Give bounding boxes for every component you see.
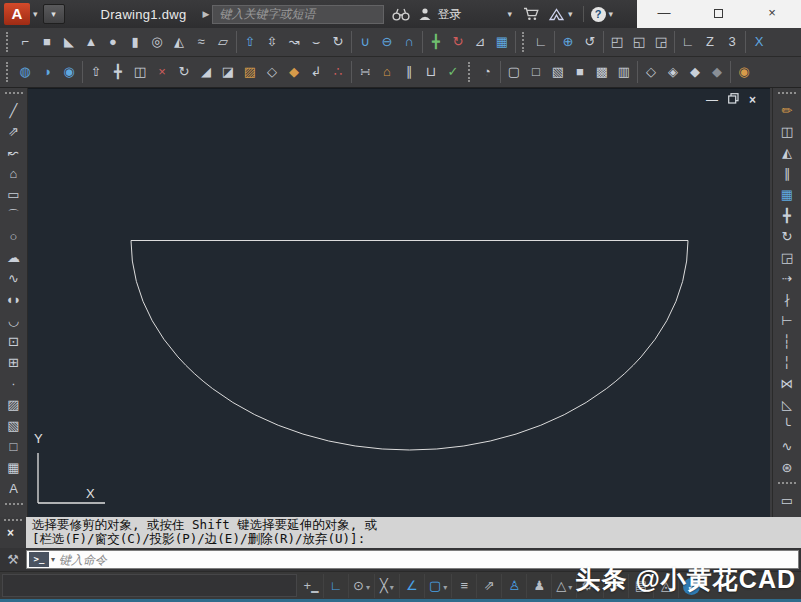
intersect-button[interactable]: ∩	[398, 30, 420, 54]
explode-button[interactable]: ⊛	[775, 457, 799, 478]
command-window-grip[interactable]	[4, 519, 22, 522]
revision-cloud-button[interactable]: ☁	[2, 247, 26, 268]
insert-block-button[interactable]: ⊡	[2, 331, 26, 352]
minimize-button[interactable]: —	[637, 0, 691, 28]
press-pull-button[interactable]: ⇳	[261, 30, 283, 54]
app-menu-arrow-icon[interactable]: ▾	[33, 9, 38, 19]
command-history[interactable]: 选择要修剪的对象, 或按住 Shift 键选择要延伸的对象, 或[栏选(F)/窗…	[26, 517, 801, 548]
construction-line-button[interactable]: ⇗	[2, 121, 26, 142]
rotate-button[interactable]: ↻	[775, 226, 799, 247]
shell-button[interactable]: ⌂	[376, 60, 398, 84]
doc-close-button[interactable]: ×	[749, 93, 756, 107]
union-solid-button[interactable]: ◍	[14, 60, 36, 84]
imprint-button[interactable]: ↲	[305, 60, 327, 84]
blend-curves-button[interactable]: ∿	[775, 436, 799, 457]
render-button[interactable]: ◔	[476, 60, 498, 84]
spline-button[interactable]: ∿	[2, 268, 26, 289]
point-button[interactable]: ∙	[2, 373, 26, 394]
torus-button[interactable]: ◎	[146, 30, 168, 54]
lineweight-button[interactable]: ≡	[452, 574, 477, 598]
hatch-button[interactable]: ▨	[2, 394, 26, 415]
helix-button[interactable]: ≈	[190, 30, 212, 54]
trim-button[interactable]: ∤	[775, 289, 799, 310]
move-button[interactable]: ╋	[775, 205, 799, 226]
app-store-cart-icon[interactable]	[523, 7, 540, 21]
arc-button[interactable]: ⌒	[2, 205, 26, 226]
user-icon[interactable]	[418, 7, 432, 21]
command-prompt-icon[interactable]: >_	[29, 552, 49, 567]
customize-wrench-icon[interactable]: ⚒	[0, 552, 26, 567]
doc-minimize-button[interactable]: —	[706, 93, 718, 107]
table-button[interactable]: ▦	[2, 457, 26, 478]
ucs-view-button[interactable]: ◲	[650, 30, 672, 54]
search-expand-icon[interactable]: ▶	[203, 9, 210, 19]
object-snap-tracking-button[interactable]: ∠	[400, 574, 425, 598]
mtext-button[interactable]: A	[2, 478, 26, 499]
render-preset-low-button[interactable]: ◈	[662, 60, 684, 84]
box-button[interactable]: ■	[36, 30, 58, 54]
separate-button[interactable]: ∺	[354, 60, 376, 84]
subtract-solid-button[interactable]: ◑	[36, 60, 58, 84]
ucs-button[interactable]: ∟	[530, 30, 552, 54]
line-button[interactable]: ╱	[2, 100, 26, 121]
3d-align-button[interactable]: ⊿	[469, 30, 491, 54]
autodesk-exchange-icon[interactable]	[548, 8, 565, 21]
planar-surface-button[interactable]: ▱	[212, 30, 234, 54]
offset-button[interactable]: ∥	[775, 163, 799, 184]
ucs-previous-button[interactable]: ↺	[579, 30, 601, 54]
toolbar-grip[interactable]	[5, 503, 23, 507]
search-input[interactable]	[212, 5, 384, 24]
join-button[interactable]: ⋈	[775, 373, 799, 394]
polysolid-button[interactable]: ⌐	[14, 30, 36, 54]
ellipse-button[interactable]: ◖◗	[2, 289, 26, 310]
doc-restore-button[interactable]	[728, 93, 739, 107]
ellipse-arc-button[interactable]: ◡	[2, 310, 26, 331]
3d-array-button[interactable]: ▦	[491, 30, 513, 54]
vs-hidden-button[interactable]: ▧	[547, 60, 569, 84]
sphere-button[interactable]: ●	[102, 30, 124, 54]
toolbar-grip[interactable]	[778, 92, 796, 96]
floating-toolbar-button[interactable]: ▭	[775, 490, 799, 511]
slice-button[interactable]: ∥	[398, 60, 420, 84]
exchange-dropdown-icon[interactable]: ▾	[568, 9, 573, 19]
polygon-button[interactable]: ⌂	[2, 163, 26, 184]
render-preset-medium-button[interactable]: ◆	[684, 60, 706, 84]
vs-conceptual-button[interactable]: ▩	[591, 60, 613, 84]
ucs-x-button[interactable]: X	[748, 30, 770, 54]
cylinder-button[interactable]: ▮	[124, 30, 146, 54]
check-button[interactable]: ✓	[442, 60, 464, 84]
polyline-button[interactable]: ↜	[2, 142, 26, 163]
login-label[interactable]: 登录	[437, 6, 461, 23]
polar-tracking-button[interactable]: ⊙▾	[349, 574, 375, 598]
ucs-world-button[interactable]: ⊕	[557, 30, 579, 54]
cone-button[interactable]: ▲	[80, 30, 102, 54]
toolbar-grip[interactable]	[778, 482, 796, 486]
extrude-button[interactable]: ⇧	[239, 30, 261, 54]
copy-faces-button[interactable]: ◪	[217, 60, 239, 84]
selection-cycling-button[interactable]: ⇗	[477, 574, 502, 598]
binoculars-icon[interactable]	[392, 8, 410, 21]
ucs-object-button[interactable]: ◱	[628, 30, 650, 54]
maximize-button[interactable]	[691, 0, 745, 28]
revolve-button[interactable]: ↻	[327, 30, 349, 54]
app-logo-icon[interactable]: A	[4, 3, 30, 25]
wedge-button[interactable]: ◣	[58, 30, 80, 54]
autoscale-button[interactable]: ♟	[527, 574, 552, 598]
erase-button[interactable]: ✏	[775, 100, 799, 121]
close-button[interactable]: ×	[745, 0, 799, 28]
scale-button[interactable]: ◲	[775, 247, 799, 268]
vs-wireframe-button[interactable]: □	[525, 60, 547, 84]
make-block-button[interactable]: ⊞	[2, 352, 26, 373]
pyramid-button[interactable]: ◭	[168, 30, 190, 54]
annotation-scale-button[interactable]: △▾	[552, 574, 577, 598]
render-preset-draft-button[interactable]: ◇	[640, 60, 662, 84]
break-at-point-button[interactable]: ┆	[775, 331, 799, 352]
3d-rotate-button[interactable]: ↻	[447, 30, 469, 54]
sweep-button[interactable]: ↝	[283, 30, 305, 54]
rotate-faces-button[interactable]: ↻	[173, 60, 195, 84]
vs-realistic-button[interactable]: ■	[569, 60, 591, 84]
taper-faces-button[interactable]: ◢	[195, 60, 217, 84]
copy-edges-button[interactable]: ◇	[261, 60, 283, 84]
loft-button[interactable]: ⌣	[305, 30, 327, 54]
ucs-zaxis-button[interactable]: Z	[699, 30, 721, 54]
